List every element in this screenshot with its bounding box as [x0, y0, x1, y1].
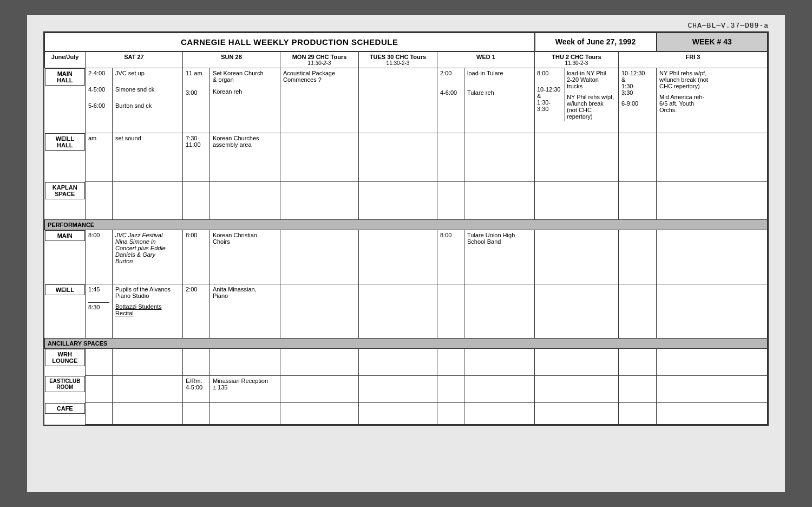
wrh-lounge-fri-content	[657, 349, 768, 376]
wrh-lounge-sun-content	[210, 349, 280, 376]
main-hall-fri-content: NY Phil rehs w/pf,w/lunch break (notCHC …	[657, 68, 768, 133]
cafe-wed-time	[437, 403, 464, 425]
main-hall-wed-content: load-in Tulare Tulare reh	[464, 68, 535, 133]
east-club-sun-content: Minassian Reception± 135	[210, 376, 280, 403]
wrh-lounge-sat-content	[113, 349, 183, 376]
weill-perf-thu	[535, 284, 619, 339]
main-perf-wed-time: 8:00	[437, 230, 464, 284]
page: CHA—BL—V.37—D89-a CARNEGIE HALL WEEK	[27, 15, 785, 492]
main-hall-tues-content	[359, 68, 437, 133]
wrh-lounge-fri-time	[619, 349, 657, 376]
kaplan-tues	[359, 182, 437, 220]
wrh-lounge-wed-content	[464, 349, 535, 376]
main-hall-row: MAINHALL 2-4:00 4-5:00 5-6:00 JVC set up…	[45, 68, 768, 133]
kaplan-fri-time	[619, 182, 657, 220]
main-perf-sun-time: 8:00	[183, 230, 210, 284]
ancillary-section-header: ANCILLARY SPACES	[45, 339, 768, 349]
east-club-fri-content	[657, 376, 768, 403]
header-top-row: CARNEGIE HALL WEEKLY PRODUCTION SCHEDULE…	[45, 33, 768, 52]
weill-perf-sat-content: Pupils of the AlvanosPiano Studio Bottaz…	[113, 284, 183, 339]
cafe-sun-content	[210, 403, 280, 425]
col-header-thu: THU 2 CHC Tours 11:30-2-3	[535, 51, 619, 68]
main-perf-label: MAIN	[45, 230, 86, 241]
weill-hall-label: WEILLHALL	[45, 133, 86, 151]
weill-perf-tues	[359, 284, 437, 339]
east-club-tues	[359, 376, 437, 403]
kaplan-fri-content	[657, 182, 768, 220]
weill-perf-sun-content: Anita Minassian,Piano	[210, 284, 280, 339]
weill-hall-sat-content: set sound	[113, 133, 183, 182]
weill-hall-sat-time: am	[86, 133, 113, 182]
weill-hall-fri-time	[619, 133, 657, 182]
wrh-lounge-mon	[280, 349, 359, 376]
wrh-lounge-tues	[359, 349, 437, 376]
weill-hall-mon-content	[280, 133, 359, 182]
weill-perf-sun-time: 2:00	[183, 284, 210, 339]
weill-hall-fri-content	[657, 133, 768, 182]
cafe-thu	[535, 403, 619, 425]
weill-perf-mon	[280, 284, 359, 339]
main-perf-mon	[280, 230, 359, 284]
east-club-sat-content	[113, 376, 183, 403]
col-header-wed: WED 1	[437, 51, 535, 68]
main-perf-wed-content: Tulare Union HighSchool Band	[464, 230, 535, 284]
main-perf-fri-time	[619, 230, 657, 284]
kaplan-sat-content	[113, 182, 183, 220]
main-perf-sat-time: 8:00	[86, 230, 113, 284]
wrh-lounge-row: WRHLOUNGE	[45, 349, 768, 376]
main-perf-sat-content: JVC Jazz FestivalNina Simone inConcert p…	[113, 230, 183, 284]
main-perf-tues	[359, 230, 437, 284]
cafe-fri-content	[657, 403, 768, 425]
weill-perf-fri-content	[657, 284, 768, 339]
east-club-wed-time	[437, 376, 464, 403]
weill-perf-wed-time	[437, 284, 464, 339]
weill-hall-sun-content: Korean Churchesassembly area	[210, 133, 280, 182]
main-hall-sun-content: Set Korean Church& organ Korean reh	[210, 68, 280, 133]
col-header-mon: MON 29 CHC Tours 11:30-2-3	[280, 51, 359, 68]
kaplan-thu	[535, 182, 619, 220]
weill-hall-sun-time: 7:30-11:00	[183, 133, 210, 182]
main-performance-row: MAIN 8:00 JVC Jazz FestivalNina Simone i…	[45, 230, 768, 284]
main-perf-fri-content	[657, 230, 768, 284]
east-club-sat-time	[86, 376, 113, 403]
reference-number: CHA—BL—V.37—D89-a	[687, 22, 769, 30]
ancillary-label: ANCILLARY SPACES	[45, 339, 768, 349]
east-club-room-label: EAST/CLUBROOM	[45, 376, 86, 392]
wrh-lounge-sun-time	[183, 349, 210, 376]
kaplan-space-label: KAPLANSPACE	[45, 182, 86, 199]
main-hall-sat-times: 2-4:00 4-5:00 5-6:00	[86, 68, 113, 133]
weill-hall-wed-content	[464, 133, 535, 182]
weill-perf-sat-time: 1:45 8:30	[86, 284, 113, 339]
main-hall-label: MAINHALL	[45, 68, 86, 86]
weill-perf-wed-content	[464, 284, 535, 339]
performance-label: PERFORMANCE	[45, 220, 768, 230]
kaplan-space-row: KAPLANSPACE	[45, 182, 768, 220]
cafe-row: CAFE	[45, 403, 768, 425]
col-header-june-july: June/July	[45, 51, 86, 68]
kaplan-sun-time	[183, 182, 210, 220]
wrh-lounge-thu	[535, 349, 619, 376]
cafe-fri-time	[619, 403, 657, 425]
main-hall-sun-times: 11 am 3:00	[183, 68, 210, 133]
east-club-thu	[535, 376, 619, 403]
cafe-sun-time	[183, 403, 210, 425]
col-header-fri: FRI 3	[619, 51, 768, 68]
main-hall-wed-times: 2:00 4-6:00	[437, 68, 464, 133]
east-club-wed-content	[464, 376, 535, 403]
col-header-sun: SUN 28	[183, 51, 280, 68]
east-club-sun-time: E/Rm.4-5:00	[183, 376, 210, 403]
cafe-sat-content	[113, 403, 183, 425]
east-club-mon	[280, 376, 359, 403]
wrh-lounge-sat-time	[86, 349, 113, 376]
schedule-table: CARNEGIE HALL WEEKLY PRODUCTION SCHEDULE…	[44, 32, 768, 425]
weill-perf-label: WEILL	[45, 284, 86, 295]
kaplan-sun-content	[210, 182, 280, 220]
col-header-sat: SAT 27	[86, 51, 183, 68]
cafe-label: CAFE	[45, 403, 86, 414]
kaplan-wed-time	[437, 182, 464, 220]
main-hall-fri-times: 10-12:30&1:30-3:30 6-9:00	[619, 68, 657, 133]
col-header-tues: TUES 30 CHC Tours 11:30-2-3	[359, 51, 437, 68]
weill-hall-tues-content	[359, 133, 437, 182]
main-hall-thu-content: 8:00 10-12:30&1:30-3:30 load-in NY Phil2…	[535, 68, 619, 133]
wrh-lounge-label: WRHLOUNGE	[45, 349, 86, 366]
